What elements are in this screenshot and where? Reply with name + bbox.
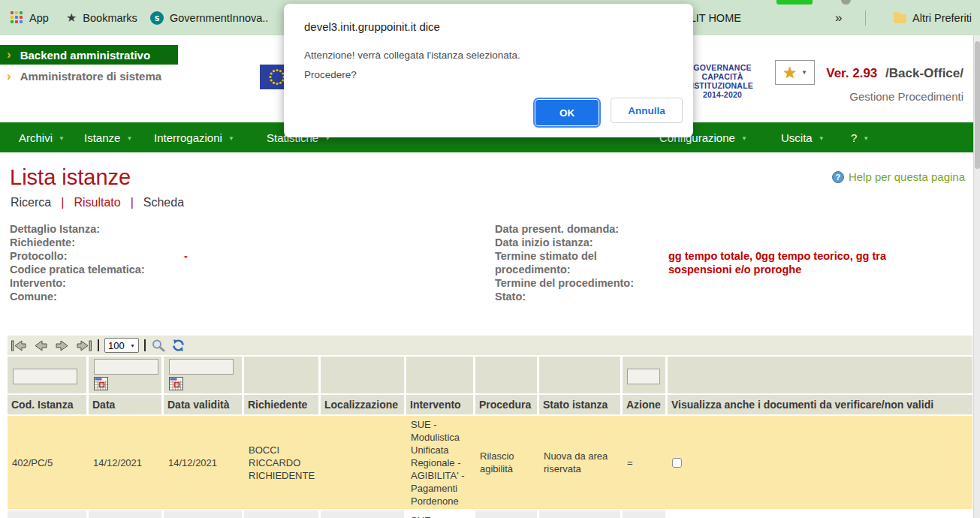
detail-label: Termine del procedimento:	[495, 277, 634, 289]
col-header: Data validità	[164, 395, 242, 414]
filter-data-input[interactable]	[94, 359, 158, 375]
filter-azione-input[interactable]	[627, 369, 660, 384]
bookmark-app[interactable]: App	[11, 0, 49, 35]
cell-richiedente: BOCCI RICCARDO RICHIEDENTE	[244, 416, 318, 509]
dialog-title: devel3.init.gruppoinit.it dice	[304, 20, 673, 33]
page-size-select[interactable]: 100 ▼	[104, 338, 139, 353]
favorites-dropdown-button[interactable]: ★ ▼	[775, 60, 815, 85]
folder-icon	[894, 14, 906, 23]
version-label: Ver. 2.93	[826, 66, 877, 80]
tab-scheda[interactable]: Scheda	[143, 196, 184, 209]
bookmark-governmentinnova[interactable]: s GovernmentInnova..	[150, 0, 268, 35]
sharepoint-icon: s	[150, 11, 164, 25]
dialog-message-line2: Procedere?	[304, 69, 673, 80]
detail-label: Stato:	[495, 291, 526, 303]
calendar-icon[interactable]	[169, 377, 183, 390]
visualizza-documenti-checkbox[interactable]	[672, 458, 682, 468]
vertical-scrollbar[interactable]	[973, 35, 980, 518]
filter-data-validita-input[interactable]	[169, 359, 234, 375]
cell-stato-istanza: Nuova da area riservata	[539, 416, 620, 509]
star-icon: ★	[782, 65, 797, 80]
pager-last-icon[interactable]	[76, 339, 92, 352]
tab-risultato[interactable]: Risultato	[74, 196, 120, 209]
refresh-icon[interactable]	[171, 339, 185, 352]
app-title: Backend amministrativo	[20, 49, 150, 62]
toolbar-separator	[98, 339, 99, 351]
bookmark-label: GovernmentInnova..	[170, 12, 268, 24]
bookmark-bookmarks[interactable]: ★ Bookmarks	[66, 0, 137, 35]
detail-label: Protocollo:	[10, 250, 68, 262]
bookmarks-overflow-chevron[interactable]: »	[835, 0, 842, 35]
browser-confirm-dialog: devel3.init.gruppoinit.it dice Attenzion…	[284, 4, 693, 137]
cell-localizzazione	[321, 416, 404, 509]
apps-grid-icon	[11, 11, 23, 24]
cell-intervento: SUE - Modulistica Unificata Regionale - …	[406, 416, 473, 509]
detail-right-column: Data present. domanda: Data inizio istan…	[495, 222, 653, 303]
chevron-down-icon: ▼	[863, 135, 869, 142]
governance-logo: GOVERNANCE CAPACITÀ ISTITUZIONALE 2014-2…	[685, 63, 760, 99]
dialog-message-line1: Attenzione! verrà collegata l'istanza se…	[304, 50, 673, 61]
col-header: Richiedente	[244, 395, 318, 414]
tab-separator: |	[131, 196, 134, 209]
angle-right-icon: ›	[7, 70, 11, 83]
help-icon: ?	[832, 171, 844, 183]
cell-azione-link[interactable]: =	[623, 416, 665, 509]
cell-cod-istanza: 402/PC/5	[8, 416, 86, 509]
pager-next-icon[interactable]	[54, 339, 71, 352]
col-header: Data	[89, 395, 161, 414]
bookmark-label: App	[29, 12, 49, 24]
cancel-button[interactable]: Annulla	[611, 98, 683, 123]
app-subtitle: Gestione Procedimenti	[849, 90, 963, 103]
result-tabs: Ricerca | Risultato | Scheda	[11, 196, 184, 209]
other-favorites-label: Altri Preferiti	[912, 12, 972, 24]
grid-filter-row	[8, 357, 972, 393]
detail-label: Richiedente:	[10, 236, 75, 248]
page-title: Lista istanze	[10, 165, 131, 190]
termine-stimato-value: gg tempo totale, 0gg tempo teorico, gg t…	[668, 249, 916, 276]
pager-first-icon[interactable]	[11, 339, 27, 352]
backend-menu-header[interactable]: › Backend amministrativo	[0, 45, 178, 65]
star-icon: ★	[66, 12, 77, 24]
detail-label: Data inizio istanza:	[495, 236, 593, 248]
nav-uscita[interactable]: Uscita▼	[781, 122, 825, 152]
tab-favicon-badge	[776, 0, 813, 5]
detail-label: Termine stimato del procedimento:	[495, 250, 597, 276]
istanze-grid: 100 ▼	[8, 336, 972, 518]
table-row-partial[interactable]: SUE	[8, 510, 972, 518]
protocollo-value: -	[184, 249, 188, 263]
search-icon[interactable]	[151, 339, 166, 352]
table-row-selected[interactable]: 402/PC/5 14/12/2021 14/12/2021 BOCCI RIC…	[8, 416, 972, 509]
detail-label: Data present. domanda:	[495, 223, 619, 235]
grid-header-row: Cod. Istanza Data Data validità Richiede…	[8, 395, 972, 414]
ok-button[interactable]: OK	[535, 100, 599, 125]
col-header: Visualizza anche i documenti da verifica…	[668, 395, 972, 414]
help-link[interactable]: ? Help per questa pagina	[832, 170, 965, 183]
detail-label: Dettaglio Istanza:	[10, 223, 100, 235]
detail-label: Comune:	[10, 291, 57, 303]
nav-help[interactable]: ?▼	[851, 122, 869, 152]
cell-data: 14/12/2021	[89, 416, 161, 509]
cell-procedura: Rilascio agibilità	[475, 416, 537, 509]
pager-prev-icon[interactable]	[32, 339, 49, 352]
other-favorites-button[interactable]: Altri Preferiti	[894, 0, 972, 35]
col-header: Azione	[623, 395, 665, 414]
cell-data-validita: 14/12/2021	[164, 416, 242, 509]
chevron-down-icon: ▼	[819, 135, 825, 142]
nav-archivi[interactable]: Archivi▼	[19, 122, 65, 152]
toolbar-icon-sliver	[841, 0, 851, 5]
scrollbar-thumb[interactable]	[975, 41, 980, 169]
cell-intervento: SUE	[406, 510, 473, 518]
filter-cod-istanza-input[interactable]	[13, 369, 77, 384]
bookmarks-divider	[865, 11, 866, 26]
user-role-label: Amministratore di sistema	[20, 70, 161, 83]
col-header: Intervento	[406, 395, 473, 414]
cell-visualizza-documenti	[668, 416, 972, 509]
tab-separator: |	[61, 196, 64, 209]
calendar-icon[interactable]	[94, 377, 108, 390]
detail-label: Intervento:	[10, 277, 66, 289]
nav-interrogazioni[interactable]: Interrogazioni▼	[154, 122, 234, 152]
nav-istanze[interactable]: Istanze▼	[84, 122, 132, 152]
tab-ricerca[interactable]: Ricerca	[11, 196, 51, 209]
version-line: Ver. 2.93 /Back-Office/	[826, 66, 963, 81]
menu-item-administrator[interactable]: › Amministratore di sistema	[7, 70, 161, 83]
